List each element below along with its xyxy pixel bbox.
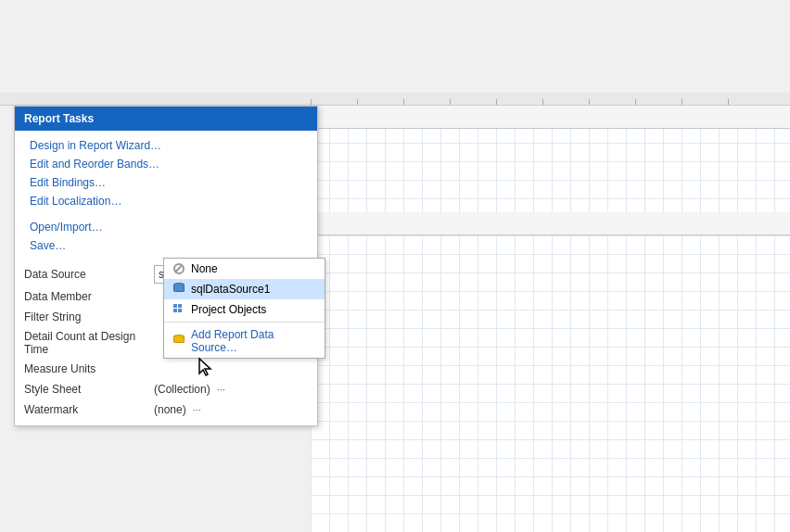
watermark-text: (none) [154,403,186,416]
none-icon [172,261,186,276]
open-import-link[interactable]: Open/Import… [15,218,317,236]
ruler-mark [542,99,589,105]
add-datasource-label: Add Report Data Source… [191,328,317,354]
dropdown-item-sqldatasource-label: sqlDataSource1 [191,283,270,296]
measure-units-label: Measure Units [24,362,154,375]
svg-rect-0 [173,304,177,308]
svg-rect-3 [178,309,182,312]
edit-bindings-link[interactable]: Edit Bindings… [15,173,317,192]
ruler-mark [728,99,774,105]
filter-string-label: Filter String [24,310,154,323]
design-band-detail [311,212,790,235]
ruler-mark [311,99,357,105]
style-sheet-value: (Collection) ··· [154,383,308,396]
ruler-mark [450,99,496,105]
dropdown-item-project-objects-label: Project Objects [191,303,266,316]
style-sheet-text: (Collection) [154,383,210,396]
measure-units-row: Measure Units [15,359,317,379]
ruler-mark [589,99,635,105]
db-yellow-icon [172,334,186,348]
panel-title: Report Tasks [24,112,94,125]
data-member-label: Data Member [24,290,154,303]
dropdown-divider [164,322,325,323]
dropdown-item-none-label: None [191,262,218,275]
data-source-label: Data Source [24,268,154,281]
watermark-value: (none) ··· [154,403,308,416]
ruler-mark [682,99,728,105]
svg-rect-2 [173,309,177,312]
add-datasource-item[interactable]: Add Report Data Source… [164,324,325,358]
design-canvas [311,106,790,532]
save-link[interactable]: Save… [15,236,317,255]
style-sheet-ellipsis[interactable]: ··· [214,384,228,395]
edit-localization-link[interactable]: Edit Localization… [15,192,317,210]
design-wizard-link[interactable]: Design in Report Wizard… [15,136,317,155]
style-sheet-label: Style Sheet [24,383,154,396]
svg-rect-1 [178,304,182,308]
ruler-mark [635,99,682,105]
db-icon [172,282,186,297]
panel-header: Report Tasks [15,107,317,131]
watermark-ellipsis[interactable]: ··· [190,404,204,415]
ruler-mark [403,99,450,105]
grid-icon [172,302,186,317]
dropdown-item-sqldatasource[interactable]: sqlDataSource1 [164,279,325,299]
watermark-row: Watermark (none) ··· [15,399,317,420]
ruler [0,93,790,106]
ruler-mark [496,99,542,105]
edit-bands-link[interactable]: Edit and Reorder Bands… [15,155,317,173]
watermark-label: Watermark [24,403,154,416]
ruler-mark [357,99,403,105]
datasource-dropdown-popup: None sqlDataSource1 [163,258,325,359]
design-band-header [311,106,790,129]
style-sheet-row: Style Sheet (Collection) ··· [15,379,317,399]
dropdown-item-project-objects[interactable]: Project Objects [164,299,325,320]
detail-count-label: Detail Count at Design Time [24,330,154,356]
report-tasks-panel: Report Tasks Design in Report Wizard… Ed… [14,106,318,426]
divider1 [15,210,317,218]
dropdown-item-none[interactable]: None [164,259,325,279]
